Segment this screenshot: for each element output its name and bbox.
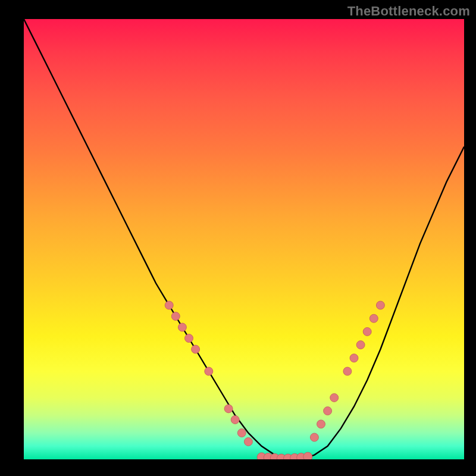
- outer-frame: TheBottleneck.com: [0, 0, 476, 476]
- data-marker: [356, 341, 365, 349]
- data-marker: [310, 433, 318, 441]
- data-marker: [369, 314, 378, 322]
- data-marker: [324, 407, 332, 415]
- data-marker: [303, 452, 312, 459]
- data-marker: [317, 420, 325, 428]
- watermark-text: TheBottleneck.com: [347, 4, 470, 19]
- data-marker: [205, 367, 213, 375]
- data-marker: [376, 301, 384, 309]
- data-marker: [237, 429, 246, 437]
- data-marker: [192, 345, 200, 353]
- data-marker: [224, 405, 233, 413]
- data-markers: [165, 301, 384, 459]
- chart-svg: [24, 19, 464, 459]
- data-marker: [185, 334, 193, 343]
- data-marker: [231, 415, 239, 424]
- data-marker: [350, 354, 358, 362]
- data-marker: [244, 437, 252, 446]
- v-curve: [24, 19, 464, 459]
- data-marker: [171, 312, 180, 321]
- data-marker: [178, 323, 186, 331]
- data-marker: [363, 327, 371, 336]
- data-marker: [343, 367, 352, 375]
- chart-plot-area: [24, 19, 464, 459]
- data-marker: [165, 301, 173, 309]
- data-marker: [330, 393, 339, 402]
